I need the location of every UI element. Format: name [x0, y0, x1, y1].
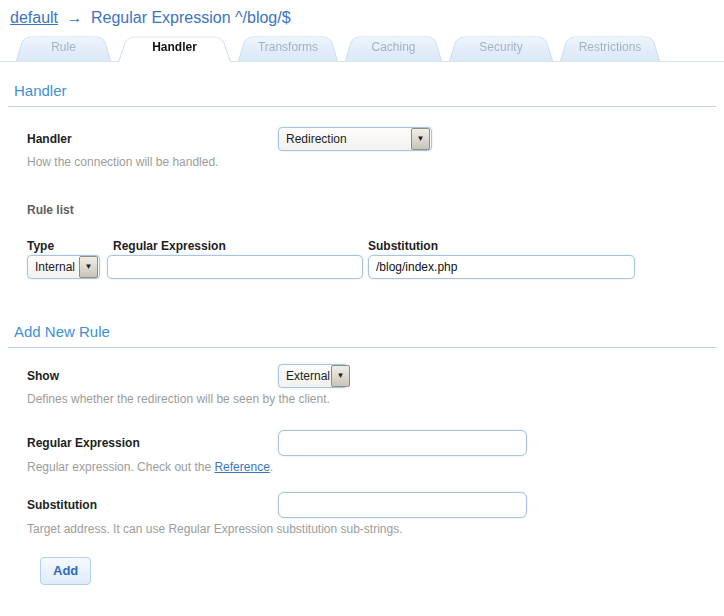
- tab-security[interactable]: Security: [449, 32, 553, 61]
- tab-transforms-label: Transforms: [258, 32, 318, 63]
- handler-select[interactable]: Redirection ▼: [278, 127, 432, 151]
- tab-transforms[interactable]: Transforms: [238, 32, 338, 61]
- breadcrumb-title: Regular Expression ^/blog/$: [91, 9, 291, 26]
- new-regex-field-row: Regular Expression Regular expression. C…: [27, 430, 710, 474]
- page: default → Regular Expression ^/blog/$ Ru…: [0, 0, 724, 616]
- rule-type-select[interactable]: Internal ▼: [27, 255, 100, 279]
- handler-select-value: Redirection: [286, 132, 347, 146]
- tab-restrictions-label: Restrictions: [579, 32, 642, 63]
- tab-security-label: Security: [479, 32, 522, 63]
- new-substitution-field-row: Substitution Target address. It can use …: [27, 492, 710, 536]
- breadcrumb: default → Regular Expression ^/blog/$: [0, 0, 724, 27]
- show-field-row: Show External ▼ Defines whether the redi…: [27, 364, 710, 406]
- tab-rule[interactable]: Rule: [16, 32, 111, 61]
- rule-regex-input[interactable]: [107, 255, 363, 279]
- new-substitution-field-description: Target address. It can use Regular Expre…: [27, 522, 710, 536]
- rule-list-label: Rule list: [27, 203, 710, 217]
- section-heading-add-new-rule: Add New Rule: [14, 293, 710, 340]
- new-regex-input[interactable]: [278, 430, 527, 456]
- add-button[interactable]: Add: [40, 557, 91, 585]
- rule-type-select-value: Internal: [35, 260, 75, 274]
- show-select[interactable]: External ▼: [278, 364, 348, 388]
- handler-field-description: How the connection will be handled.: [27, 155, 710, 169]
- column-header-regular-expression: Regular Expression: [113, 239, 226, 253]
- column-header-substitution: Substitution: [368, 239, 438, 253]
- handler-field-row: Handler Redirection ▼ How the connection…: [27, 127, 710, 169]
- description-text: Regular expression. Check out the: [27, 460, 214, 474]
- description-text: .: [270, 460, 273, 474]
- content: Handler Handler Redirection ▼ How the co…: [0, 62, 724, 585]
- show-select-value: External: [286, 369, 330, 383]
- show-field-label: Show: [27, 364, 710, 388]
- section-divider: [8, 347, 716, 348]
- rule-substitution-input[interactable]: [368, 255, 635, 279]
- rule-list-table: Type Regular Expression Substitution Int…: [27, 239, 710, 293]
- tab-restrictions[interactable]: Restrictions: [560, 32, 660, 61]
- dropdown-arrow-icon[interactable]: ▼: [411, 128, 430, 150]
- tab-handler[interactable]: Handler: [118, 32, 231, 61]
- dropdown-arrow-icon[interactable]: ▼: [331, 365, 350, 387]
- reference-link[interactable]: Reference: [214, 460, 269, 474]
- tab-handler-label: Handler: [152, 32, 197, 63]
- section-divider: [8, 106, 716, 107]
- tab-rule-label: Rule: [51, 32, 76, 63]
- section-heading-handler: Handler: [14, 62, 710, 99]
- show-field-description: Defines whether the redirection will be …: [27, 392, 710, 406]
- tab-caching[interactable]: Caching: [345, 32, 442, 61]
- tab-caching-label: Caching: [371, 32, 415, 63]
- column-header-type: Type: [27, 239, 54, 253]
- breadcrumb-separator-icon: →: [67, 9, 83, 26]
- new-regex-field-description: Regular expression. Check out the Refere…: [27, 460, 710, 474]
- breadcrumb-link-default[interactable]: default: [10, 9, 58, 26]
- tab-bar: Rule Handler Transforms Caching Security…: [0, 31, 724, 62]
- new-substitution-input[interactable]: [278, 492, 527, 518]
- dropdown-arrow-icon[interactable]: ▼: [79, 256, 98, 278]
